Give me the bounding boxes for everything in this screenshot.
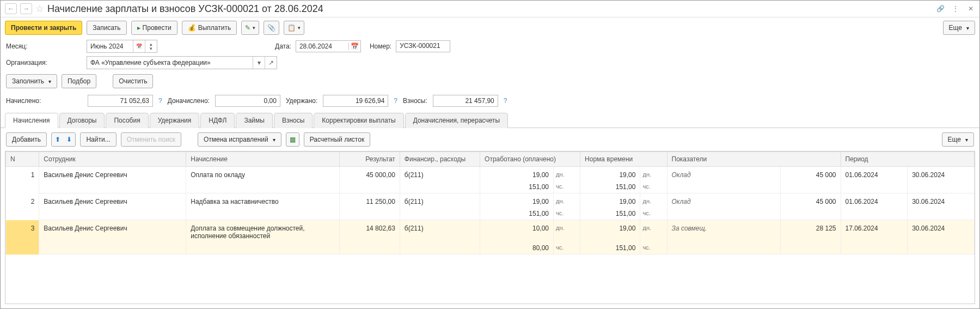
- cell-norm-hours-unit: чс.: [640, 208, 667, 220]
- col-norm[interactable]: Норма времени: [580, 152, 667, 167]
- table-row[interactable]: 3Васильев Денис СергеевичДоплата за совм…: [6, 220, 975, 243]
- month-input[interactable]: Июнь 2024 📅 ▴▾: [87, 40, 157, 53]
- tab-contracts[interactable]: Договоры: [59, 113, 105, 128]
- close-icon[interactable]: ✕: [966, 4, 975, 13]
- org-input[interactable]: ФА «Управление субъекта федерации» ▾ ↗: [87, 56, 277, 69]
- cell-ind-val: 28 125: [781, 220, 841, 243]
- cell-fin: б(211): [400, 220, 480, 243]
- month-spinner[interactable]: ▴▾: [145, 40, 157, 52]
- nav-forward-button[interactable]: →: [20, 3, 32, 14]
- table-row-sub[interactable]: 151,00чс.151,00чс.: [6, 208, 975, 220]
- cell-worked-hours: 151,00: [480, 208, 554, 220]
- spreadsheet-button[interactable]: ▦: [286, 132, 299, 147]
- number-input[interactable]: УСЗК-000021: [396, 40, 450, 52]
- cell-emp: Васильев Денис Сергеевич: [39, 167, 186, 181]
- tab-recalculations[interactable]: Доначисления, перерасчеты: [405, 113, 508, 128]
- find-button[interactable]: Найти...: [80, 132, 116, 147]
- cell-result: 14 802,63: [340, 220, 400, 243]
- col-worked[interactable]: Отработано (оплачено): [480, 152, 580, 167]
- cell-worked-hours: 151,00: [480, 181, 554, 193]
- col-n[interactable]: N: [6, 152, 39, 167]
- select-button[interactable]: Подбор: [62, 74, 96, 88]
- accrued-help-icon[interactable]: ?: [158, 97, 162, 105]
- attach-button[interactable]: 📎: [264, 21, 279, 35]
- cell-norm-days-unit: дн.: [640, 220, 667, 243]
- table-row-sub[interactable]: 151,00чс.151,00чс.: [6, 181, 975, 193]
- save-button[interactable]: Записать: [87, 21, 126, 35]
- payslip-button[interactable]: Расчетный листок: [304, 132, 370, 147]
- withheld-value[interactable]: 19 626,94: [323, 95, 388, 107]
- cell-worked-days-unit: дн.: [554, 193, 580, 208]
- additional-value[interactable]: 0,00: [215, 95, 280, 107]
- cell-norm-days-unit: дн.: [640, 167, 667, 181]
- clip-icon: 📎: [267, 24, 275, 32]
- copy-button[interactable]: 📋▾: [284, 21, 304, 35]
- tab-deductions[interactable]: Удержания: [150, 113, 200, 128]
- table-icon: ▦: [290, 136, 296, 143]
- table-row-sub[interactable]: 80,00чс.151,00чс.: [6, 242, 975, 255]
- favorite-icon[interactable]: ☆: [35, 3, 44, 15]
- date-calendar-icon[interactable]: 📅: [348, 43, 360, 50]
- cell-norm-days-unit: дн.: [640, 193, 667, 208]
- month-value: Июнь 2024: [87, 43, 133, 50]
- date-value: 28.06.2024: [296, 43, 348, 50]
- tab-contributions[interactable]: Взносы: [274, 113, 313, 128]
- col-emp[interactable]: Сотрудник: [39, 152, 186, 167]
- col-result[interactable]: Результат: [340, 152, 400, 167]
- add-button[interactable]: Добавить: [6, 132, 47, 147]
- org-dropdown-icon[interactable]: ▾: [253, 57, 265, 69]
- org-open-icon[interactable]: ↗: [265, 57, 277, 69]
- col-period[interactable]: Период: [841, 152, 975, 167]
- move-up-button[interactable]: ⬆ ⬇: [51, 132, 76, 147]
- tab-accruals[interactable]: Начисления: [5, 113, 58, 128]
- pay-label: Выплатить: [198, 24, 231, 32]
- contrib-help-icon[interactable]: ?: [504, 97, 507, 105]
- tab-payment-corrections[interactable]: Корректировки выплаты: [314, 113, 403, 128]
- cell-worked-hours: 80,00: [480, 242, 554, 255]
- month-calendar-icon[interactable]: 📅: [133, 40, 145, 52]
- pay-button[interactable]: 💰Выплатить: [182, 21, 237, 35]
- edit-button[interactable]: ✎▾: [241, 21, 259, 35]
- contrib-value[interactable]: 21 457,90: [433, 95, 498, 107]
- cell-ind-val: 45 000: [781, 167, 841, 181]
- submit-close-button[interactable]: Провести и закрыть: [5, 21, 82, 35]
- number-label: Номер:: [370, 43, 391, 50]
- cell-result: 45 000,00: [340, 167, 400, 181]
- kebab-menu-icon[interactable]: ⋮: [951, 4, 960, 13]
- fill-button[interactable]: Заполнить: [6, 74, 57, 88]
- tab-ndfl[interactable]: НДФЛ: [200, 113, 235, 128]
- tab-more-button[interactable]: Еще: [942, 132, 974, 147]
- org-value: ФА «Управление субъекта федерации»: [87, 59, 253, 66]
- cell-period-from: 01.06.2024: [841, 167, 908, 181]
- tab-loans[interactable]: Займы: [236, 113, 273, 128]
- link-icon[interactable]: 🔗: [936, 4, 945, 13]
- cell-worked-days-unit: дн.: [554, 167, 580, 181]
- cell-ind-val: 45 000: [781, 193, 841, 208]
- col-fin[interactable]: Финансир., расходы: [400, 152, 480, 167]
- table-row[interactable]: 1Васильев Денис СергеевичОплата по оклад…: [6, 167, 975, 181]
- accrued-value[interactable]: 71 052,63: [88, 95, 153, 107]
- tab-benefits[interactable]: Пособия: [106, 113, 148, 128]
- additional-label: Доначислено:: [168, 97, 210, 105]
- clear-button[interactable]: Очистить: [113, 74, 153, 88]
- cell-ind-name: За совмещ.: [667, 220, 781, 243]
- cell-n: 3: [6, 220, 39, 255]
- cell-norm-hours-unit: чс.: [640, 242, 667, 255]
- withheld-label: Удержано:: [286, 97, 317, 105]
- cell-norm-days: 19,00: [580, 220, 640, 243]
- cell-norm-hours: 151,00: [580, 181, 640, 193]
- cell-emp: Васильев Денис Сергеевич: [39, 220, 186, 243]
- date-input[interactable]: 28.06.2024 📅: [296, 40, 361, 52]
- more-button[interactable]: Еще: [943, 21, 975, 35]
- col-accr[interactable]: Начисление: [186, 152, 340, 167]
- cell-n: 2: [6, 193, 39, 220]
- withheld-help-icon[interactable]: ?: [394, 97, 397, 105]
- cell-accr: Доплата за совмещение должностей, исполн…: [186, 220, 340, 243]
- undo-fix-button[interactable]: Отмена исправлений: [198, 132, 281, 147]
- nav-back-button[interactable]: ←: [5, 3, 17, 14]
- table-row[interactable]: 2Васильев Денис СергеевичНадбавка за нас…: [6, 193, 975, 208]
- col-ind[interactable]: Показатели: [667, 152, 841, 167]
- cell-period-to: 30.06.2024: [908, 167, 975, 181]
- cell-norm-hours: 151,00: [580, 242, 640, 255]
- post-button[interactable]: ▸Провести: [131, 21, 177, 35]
